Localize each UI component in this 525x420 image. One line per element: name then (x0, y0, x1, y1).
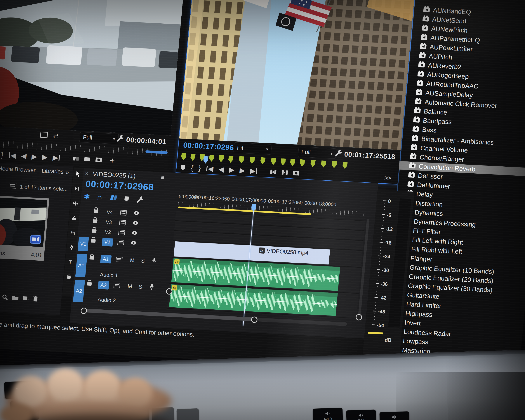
ripple-edit-tool[interactable] (72, 200, 80, 207)
type-tool[interactable]: T (66, 258, 75, 266)
new-bin-folder-icon[interactable] (12, 295, 19, 301)
track-lock-icon[interactable] (89, 256, 94, 260)
toggle-track-output-eye-icon[interactable] (133, 211, 139, 215)
track-target-label[interactable]: V2 (104, 229, 111, 235)
source-scrollbar[interactable] (145, 150, 168, 154)
chapter-marker[interactable] (300, 159, 305, 167)
program-settings-wrench-icon[interactable] (334, 149, 343, 157)
sync-lock-icon[interactable] (113, 283, 120, 289)
track-lock-icon[interactable] (87, 282, 92, 286)
step-forward-button[interactable]: ▶ (42, 153, 48, 161)
hand-tool[interactable] (65, 273, 73, 281)
chapter-marker[interactable] (280, 158, 286, 166)
track-lock-icon[interactable] (92, 229, 97, 233)
chapter-marker[interactable] (290, 159, 295, 166)
solo-button[interactable]: S (139, 284, 142, 290)
add-marker-button[interactable] (180, 164, 186, 170)
program-current-timecode[interactable]: 00:00:17:02968 (183, 141, 239, 152)
track-target-button[interactable]: V1 (102, 238, 113, 247)
chapter-marker[interactable] (190, 154, 196, 161)
track-target-label[interactable]: V4 (106, 209, 113, 215)
track-target-button[interactable]: A2 (98, 281, 109, 289)
lift-button[interactable] (270, 169, 277, 175)
trash-icon[interactable] (33, 296, 38, 302)
panel-menu-icon[interactable]: ≡ (160, 173, 165, 181)
selection-tool[interactable] (74, 170, 82, 178)
vertical-scrollbar-handle[interactable] (356, 314, 362, 321)
sync-lock-icon[interactable] (117, 240, 124, 245)
chapter-marker[interactable] (271, 158, 276, 165)
chapter-marker[interactable] (218, 155, 224, 162)
mute-button[interactable]: M (130, 257, 135, 263)
play-button[interactable]: ▶ (229, 166, 235, 174)
step-forward-button[interactable]: ▶ (239, 166, 245, 175)
more-buttons-chevron[interactable]: >> (384, 174, 391, 182)
track-target-label[interactable]: V3 (105, 219, 112, 225)
go-to-out-button[interactable]: ▶ (52, 153, 60, 162)
source-settings-icon[interactable] (40, 132, 48, 138)
overwrite-button[interactable] (84, 157, 91, 162)
tab-libraries[interactable]: Libraries (41, 167, 64, 175)
track-lock-icon[interactable] (91, 239, 96, 243)
go-to-in-button[interactable]: ◀ (8, 151, 16, 159)
add-marker-icon[interactable] (123, 196, 130, 202)
chapter-marker[interactable] (342, 162, 348, 169)
track-select-tool[interactable] (73, 185, 81, 193)
solo-button[interactable]: S (141, 258, 145, 264)
snap-magnet-icon[interactable]: ∩ (96, 193, 103, 202)
chapter-marker[interactable] (239, 156, 244, 163)
sync-lock-icon[interactable] (116, 257, 122, 262)
mute-button[interactable]: M (127, 283, 132, 289)
tab-media-browser[interactable]: Media Browser (0, 165, 36, 174)
insert-button[interactable] (73, 156, 79, 161)
track-lock-icon[interactable] (93, 219, 97, 223)
go-to-in-button[interactable]: ◀ (206, 164, 214, 173)
mark-in-button[interactable]: { (191, 164, 194, 172)
source-patch-button[interactable]: A1 (75, 254, 87, 277)
chapter-marker[interactable] (260, 157, 265, 164)
chapter-marker[interactable] (228, 156, 233, 163)
chapter-marker[interactable] (332, 161, 337, 168)
linked-selection-icon[interactable] (110, 195, 118, 201)
sync-lock-icon[interactable] (118, 230, 125, 235)
chapter-marker[interactable] (249, 157, 255, 164)
razor-tool[interactable] (70, 214, 78, 222)
compare-view-icon[interactable]: ⇄ (53, 132, 59, 140)
mark-out-button[interactable]: } (198, 164, 201, 172)
scrollbar-zoom-handle-left[interactable] (80, 308, 87, 314)
step-back-button[interactable]: ◀ (218, 165, 224, 173)
toggle-track-output-eye-icon[interactable] (132, 231, 138, 235)
timeline-timecode[interactable]: 00:00:17:02968 (85, 178, 154, 193)
button-editor-add-button[interactable]: + (109, 156, 115, 166)
more-panels-icon[interactable]: » (65, 169, 69, 176)
new-item-icon[interactable] (22, 296, 29, 301)
mark-out-button[interactable]: } (1, 151, 4, 159)
sync-lock-icon[interactable] (119, 220, 126, 225)
sync-lock-icon[interactable] (120, 210, 127, 216)
voiceover-mic-icon[interactable] (151, 257, 157, 264)
play-button[interactable]: ▶ (31, 152, 38, 160)
source-patch-button[interactable]: V1 (78, 237, 89, 251)
chapter-marker[interactable] (181, 153, 186, 160)
timeline-settings-wrench-icon[interactable] (136, 196, 144, 204)
toggle-track-output-eye-icon[interactable] (131, 241, 137, 245)
scrollbar-zoom-handle-right[interactable] (251, 317, 258, 323)
voiceover-mic-icon[interactable] (149, 284, 154, 290)
pen-tool[interactable] (68, 244, 76, 251)
source-timecode[interactable]: 00:00:04:01 (126, 136, 167, 146)
track-lock-icon[interactable] (94, 209, 98, 213)
slip-tool[interactable]: ⇆ (69, 229, 77, 237)
chapter-marker[interactable] (209, 155, 214, 162)
export-frame-button[interactable] (293, 171, 299, 176)
media-item-selected[interactable]: Maps 4:01 (0, 196, 49, 261)
chapter-marker[interactable] (310, 160, 316, 167)
program-playhead-handle[interactable] (203, 156, 208, 164)
program-fit-select[interactable]: Fit ▾ (233, 142, 272, 155)
go-to-out-button[interactable]: ▶ (250, 167, 258, 175)
program-zoom-select[interactable]: Full ▾ (298, 147, 336, 159)
toggle-track-output-eye-icon[interactable] (132, 221, 139, 225)
step-back-button[interactable]: ◀ (21, 152, 27, 160)
sequence-tab[interactable]: VIDEO0235 (1) (93, 170, 136, 180)
source-zoom-select[interactable]: Full ▾ (79, 132, 119, 144)
nest-toggle-icon[interactable]: ✱ (84, 192, 91, 201)
